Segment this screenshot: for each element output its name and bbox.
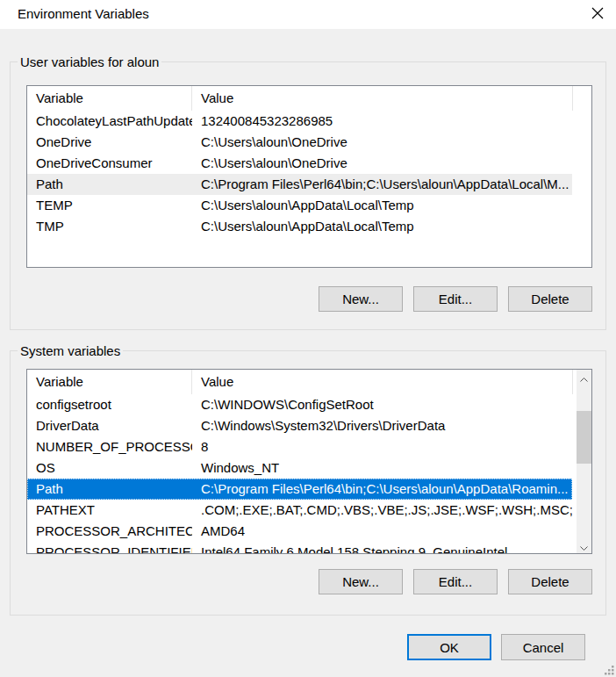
table-row[interactable]: DriverData C:\Windows\System32\Drivers\D… [27, 415, 572, 436]
value-cell: C:\Program Files\Perl64\bin;C:\Users\alo… [192, 479, 572, 500]
value-cell: C:\Users\aloun\AppData\Local\Temp [192, 216, 572, 237]
user-list-header: Variable Value [27, 86, 591, 111]
chevron-up-icon [580, 370, 588, 385]
close-button[interactable] [583, 0, 612, 28]
system-new-button[interactable]: New... [319, 569, 403, 594]
variable-cell: PATHEXT [27, 500, 192, 521]
variable-cell: PROCESSOR_IDENTIFIER [27, 542, 192, 554]
table-row[interactable]: ChocolateyLastPathUpdate 132400845323286… [27, 111, 572, 132]
table-row[interactable]: NUMBER_OF_PROCESSORS 8 [27, 436, 572, 457]
close-icon [591, 7, 604, 22]
variable-cell: OneDrive [27, 132, 192, 153]
variable-cell: TMP [27, 216, 192, 237]
titlebar: Environment Variables [0, 0, 616, 29]
variable-cell: OneDriveConsumer [27, 153, 192, 174]
system-list-header: Variable Value [27, 370, 591, 394]
table-row[interactable]: PATHEXT .COM;.EXE;.BAT;.CMD;.VBS;.VBE;.J… [27, 500, 572, 521]
table-row[interactable]: PROCESSOR_IDENTIFIER Intel64 Family 6 Mo… [27, 542, 572, 554]
value-cell: C:\Windows\System32\Drivers\DriverData [192, 415, 572, 436]
variable-cell: OS [27, 457, 192, 479]
user-list-rows: ChocolateyLastPathUpdate 132400845323286… [27, 111, 591, 237]
variable-cell: ChocolateyLastPathUpdate [27, 111, 192, 132]
cancel-button[interactable]: Cancel [501, 634, 585, 660]
value-cell: C:\Users\aloun\OneDrive [192, 153, 572, 174]
value-cell: 8 [192, 436, 572, 457]
column-header-value[interactable]: Value [192, 86, 573, 111]
user-variables-group-label: User variables for aloun [18, 54, 161, 69]
column-header-variable[interactable]: Variable [27, 86, 192, 111]
value-cell: .COM;.EXE;.BAT;.CMD;.VBS;.VBE;.JS;.JSE;.… [192, 500, 572, 521]
variable-cell: Path [27, 479, 192, 500]
user-variables-list: Variable Value ChocolateyLastPathUpdate … [26, 85, 592, 268]
environment-variables-dialog: { "window": { "title": "Environment Vari… [0, 0, 616, 677]
variable-cell: configsetroot [27, 394, 192, 415]
value-cell: Intel64 Family 6 Model 158 Stepping 9, G… [192, 542, 572, 554]
window-title: Environment Variables [18, 0, 149, 28]
table-row[interactable]: Path C:\Program Files\Perl64\bin;C:\User… [27, 174, 572, 195]
table-row[interactable]: TMP C:\Users\aloun\AppData\Local\Temp [27, 216, 572, 237]
variable-cell: NUMBER_OF_PROCESSORS [27, 436, 192, 457]
scroll-down-button[interactable] [577, 538, 591, 553]
system-variables-group-label: System variables [18, 343, 123, 358]
system-edit-button[interactable]: Edit... [413, 569, 498, 594]
table-row[interactable]: OneDrive C:\Users\aloun\OneDrive [27, 132, 572, 153]
resize-grip-icon[interactable] [603, 664, 614, 675]
table-row[interactable]: OneDriveConsumer C:\Users\aloun\OneDrive [27, 153, 572, 174]
user-delete-button[interactable]: Delete [508, 286, 592, 312]
user-new-button[interactable]: New... [319, 286, 403, 312]
variable-cell: Path [27, 174, 192, 195]
scroll-up-button[interactable] [577, 370, 591, 385]
scrollbar-thumb[interactable] [577, 411, 591, 464]
value-cell: AMD64 [192, 521, 572, 542]
table-row[interactable]: Path C:\Program Files\Perl64\bin;C:\User… [27, 479, 572, 500]
column-header-value[interactable]: Value [192, 370, 573, 394]
value-cell: C:\Users\aloun\AppData\Local\Temp [192, 195, 572, 216]
user-edit-button[interactable]: Edit... [413, 286, 498, 312]
value-cell: C:\Users\aloun\OneDrive [192, 132, 572, 153]
table-row[interactable]: configsetroot C:\WINDOWS\ConfigSetRoot [27, 394, 572, 415]
value-cell: C:\Program Files\Perl64\bin;C:\Users\alo… [192, 174, 572, 195]
value-cell: C:\WINDOWS\ConfigSetRoot [192, 394, 572, 415]
vertical-scrollbar[interactable] [577, 370, 591, 553]
variable-cell: PROCESSOR_ARCHITECTU... [27, 521, 192, 542]
variable-cell: TEMP [27, 195, 192, 216]
system-variables-list: Variable Value configsetroot C:\WINDOWS\… [26, 369, 592, 554]
table-row[interactable]: OS Windows_NT [27, 457, 572, 479]
column-header-variable[interactable]: Variable [27, 370, 192, 394]
table-row[interactable]: PROCESSOR_ARCHITECTU... AMD64 [27, 521, 572, 542]
variable-cell: DriverData [27, 415, 192, 436]
system-variables-group: System variables Variable Value configse… [10, 350, 606, 616]
system-list-rows: configsetroot C:\WINDOWS\ConfigSetRoot D… [27, 394, 591, 554]
ok-button[interactable]: OK [407, 634, 491, 660]
user-variables-group: User variables for aloun Variable Value … [10, 61, 606, 330]
value-cell: 132400845323286985 [192, 111, 572, 132]
table-row[interactable]: TEMP C:\Users\aloun\AppData\Local\Temp [27, 195, 572, 216]
chevron-down-icon [580, 538, 588, 553]
system-delete-button[interactable]: Delete [508, 569, 592, 594]
value-cell: Windows_NT [192, 457, 572, 479]
